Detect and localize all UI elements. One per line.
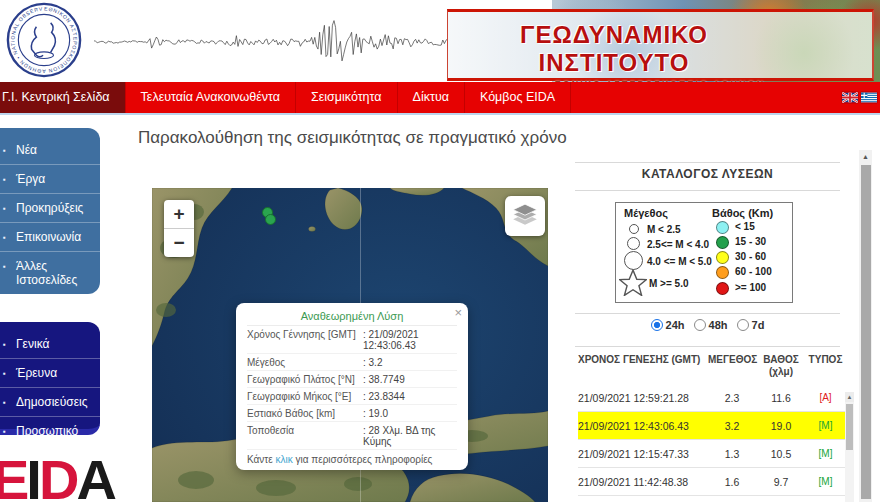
legend-label: M >= 5.0: [649, 278, 688, 289]
seismicity-map[interactable]: + − × Αναθεωρημένη Λύση Χρόνος Γέννησης …: [152, 188, 548, 502]
nav-item-announcements[interactable]: Τελευταία Ανακοινωθέντα: [126, 82, 296, 113]
scrollbar-thumb[interactable]: [846, 404, 853, 450]
event-type-badge: [M]: [806, 476, 845, 487]
event-type-badge: [M]: [806, 448, 845, 459]
popup-row-magnitude: Μέγεθος3.2: [247, 354, 457, 371]
sidebar-item-research[interactable]: ▪Έρευνα: [0, 358, 100, 387]
divider: [575, 162, 840, 163]
sidebar-item-personnel[interactable]: ▪Προσωπικό: [0, 416, 100, 445]
layers-icon: [510, 202, 540, 230]
panel-scrollbar[interactable]: ▲: [859, 150, 872, 502]
legend-label: 30 - 60: [735, 251, 766, 262]
main-nav: Γ.Ι. Κεντρική Σελίδα Τελευταία Ανακοινωθ…: [0, 82, 880, 115]
table-scrollbar[interactable]: ▲: [845, 392, 854, 502]
event-type-badge: [M]: [806, 420, 845, 431]
divider: [575, 313, 840, 314]
radio-7d[interactable]: 7d: [737, 319, 765, 331]
popup-row-location: Τοποθεσία28 Χλμ. ΒΔ της Κύμης: [247, 422, 457, 450]
earthquake-marker[interactable]: [265, 214, 276, 225]
col-header-magnitude: ΜΕΓΕΘΟΣ: [708, 352, 756, 368]
legend-label: 2.5<= M < 4.0: [647, 239, 709, 250]
time-range-selector: 24h 48h 7d: [575, 319, 840, 333]
table-row[interactable]: 21/09/2021 12:59:21.28 2.3 11.6 [A]: [578, 384, 845, 412]
popup-row-latitude: Γεωγραφικό Πλάτος [°N]38.7749: [247, 371, 457, 388]
legend-label: 15 - 30: [735, 236, 766, 247]
legend-depth-title: Βάθος (Km): [712, 207, 773, 219]
sidebar-group-institute: ▪Γενικά ▪Έρευνα ▪Δημοσιεύσεις ▪Προσωπικό: [0, 322, 100, 435]
radio-icon: [694, 319, 706, 331]
bullet-icon: ▪: [3, 202, 6, 216]
radio-icon: [651, 319, 663, 331]
popup-row-longitude: Γεωγραφικό Μήκος [°E]23.8344: [247, 388, 457, 405]
page-title: Παρακολούθηση της σεισμικότητας σε πραγμ…: [138, 128, 567, 148]
magnitude-small-circle: [629, 224, 639, 234]
solutions-catalog-title: ΚΑΤΑΛΟΓΟΣ ΛΥΣΕΩΝ: [575, 167, 840, 181]
legend-label: 60 - 100: [735, 266, 772, 277]
map-layers-button[interactable]: [505, 196, 545, 236]
sidebar-item-contact[interactable]: ▪Επικοινωνία: [0, 222, 100, 251]
nav-item-home[interactable]: Γ.Ι. Κεντρική Σελίδα: [0, 82, 126, 113]
radio-48h[interactable]: 48h: [694, 319, 728, 331]
col-header-type: ΤΥΠΟΣ: [806, 352, 845, 368]
radio-24h[interactable]: 24h: [651, 319, 685, 331]
sidebar-group-info: ▪Νέα ▪Έργα ▪Προκηρύξεις ▪Επικοινωνία ▪Άλ…: [0, 128, 100, 294]
click-link[interactable]: κλικ: [276, 454, 293, 465]
zoom-out-button[interactable]: −: [164, 229, 194, 257]
sidebar-item-news[interactable]: ▪Νέα: [0, 136, 100, 164]
depth-swatch: [716, 236, 729, 249]
depth-swatch: [716, 251, 729, 264]
event-type-badge: [A]: [806, 392, 845, 403]
scroll-up-icon[interactable]: ▲: [859, 150, 872, 163]
map-zoom-control: + −: [164, 200, 194, 257]
legend-label: >= 100: [735, 282, 766, 293]
divider: [575, 346, 840, 347]
nav-item-eida-node[interactable]: Κόμβος EIDA: [465, 82, 571, 113]
popup-title: Αναθεωρημένη Λύση: [247, 310, 457, 326]
col-header-time: ΧΡΟΝΟΣ ΓΕΝΕΣΗΣ (GMT): [578, 352, 708, 368]
close-icon[interactable]: ×: [454, 305, 462, 320]
bullet-icon: ▪: [3, 144, 6, 158]
legend-label: M < 2.5: [647, 224, 681, 235]
eida-logo[interactable]: EIDA: [0, 452, 114, 502]
sidebar-item-other-sites[interactable]: ▪Άλλες Ιστοσελίδες: [0, 251, 100, 294]
table-header-row: ΧΡΟΝΟΣ ΓΕΝΕΣΗΣ (GMT) ΜΕΓΕΘΟΣ ΒΑΘΟΣ (χλμ)…: [578, 352, 845, 380]
depth-swatch: [716, 221, 729, 234]
col-header-depth: ΒΑΘΟΣ (χλμ): [756, 352, 806, 380]
table-row[interactable]: 21/09/2021 11:42:48.38 1.6 9.7 [M]: [578, 468, 845, 496]
observatory-seal-logo: ΕΘΝΙΚΟΝ ΑΣΤΕΡΟΣΚΟΠΕΙΟΝ ΑΘΗΝΩΝ • NATIONAL…: [6, 2, 82, 78]
table-row[interactable]: 21/09/2021 12:15:47.33 1.3 10.5 [M]: [578, 440, 845, 468]
institute-banner-title: ΓΕΩΔΥΝΑΜΙΚΟ ΙΝΣΤΙΤΟΥΤΟ: [448, 21, 872, 77]
magnitude-large-circle: [624, 251, 643, 270]
earthquake-popup: × Αναθεωρημένη Λύση Χρόνος Γέννησης [GMT…: [236, 303, 468, 470]
uk-flag-icon[interactable]: [842, 92, 858, 103]
bullet-icon: ▪: [3, 396, 6, 410]
divider: [575, 190, 840, 191]
sidebar-item-projects[interactable]: ▪Έργα: [0, 164, 100, 193]
bullet-icon: ▪: [3, 367, 6, 381]
bullet-icon: ▪: [3, 425, 6, 439]
scrollbar-thumb[interactable]: [861, 165, 871, 499]
table-row-highlighted[interactable]: 21/09/2021 12:43:06.43 3.2 19.0 [M]: [578, 412, 845, 440]
scroll-up-icon[interactable]: ▲: [845, 392, 854, 402]
magnitude-star-icon: [619, 269, 647, 296]
zoom-in-button[interactable]: +: [164, 200, 194, 229]
bullet-icon: ▪: [3, 260, 6, 274]
radio-icon: [737, 319, 749, 331]
nav-item-seismicity[interactable]: Σεισμικότητα: [296, 82, 398, 113]
sidebar-item-general[interactable]: ▪Γενικά: [0, 330, 100, 358]
seismograph-trace: [94, 14, 452, 70]
map-legend: Μέγεθος Βάθος (Km) M < 2.5 2.5<= M < 4.0…: [615, 202, 793, 303]
bullet-icon: ▪: [3, 338, 6, 352]
depth-swatch: [716, 266, 729, 279]
legend-label: 4.0 <= M < 5.0: [647, 256, 712, 267]
popup-footer: Κάντε κλικ για περισσότερες πληροφορίες: [247, 450, 457, 465]
earthquake-table: ΧΡΟΝΟΣ ΓΕΝΕΣΗΣ (GMT) ΜΕΓΕΘΟΣ ΒΑΘΟΣ (χλμ)…: [578, 352, 845, 496]
sidebar-item-publications[interactable]: ▪Δημοσιεύσεις: [0, 387, 100, 416]
greece-flag-icon[interactable]: [861, 92, 877, 103]
institute-banner: ΓΕΩΔΥΝΑΜΙΚΟ ΙΝΣΤΙΤΟΥΤΟ ΕΘΝΙΚΟ ΑΣΤΕΡΟΣΚΟΠ…: [447, 9, 874, 81]
popup-row-origin-time: Χρόνος Γέννησης [GMT]21/09/2021 12:43:06…: [247, 326, 457, 354]
popup-row-depth: Εστιακό Βάθος [km]19.0: [247, 405, 457, 422]
legend-magnitude-title: Μέγεθος: [624, 207, 668, 219]
nav-item-networks[interactable]: Δίκτυα: [398, 82, 465, 113]
sidebar-item-calls[interactable]: ▪Προκηρύξεις: [0, 193, 100, 222]
